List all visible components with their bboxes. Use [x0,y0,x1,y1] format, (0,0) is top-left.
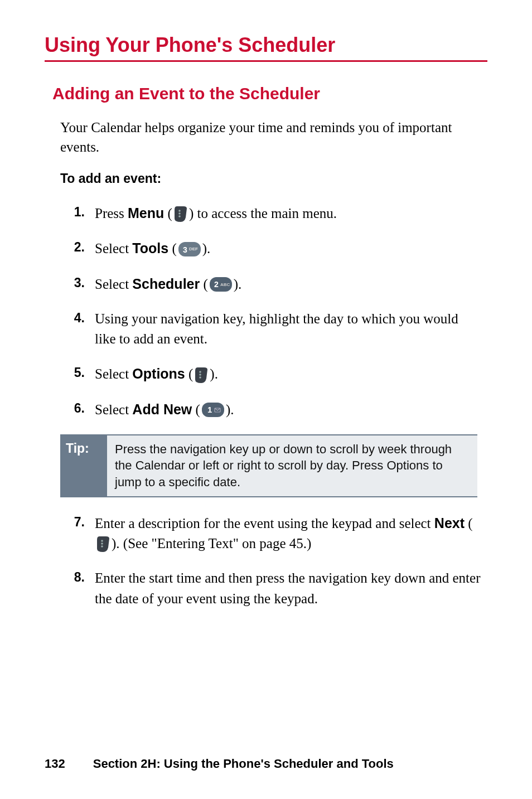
step-item: 5.Select Options (). [71,364,482,384]
step-bold-word: Scheduler [132,276,200,292]
step-item: 1.Press Menu () to access the main menu. [71,203,482,224]
footer-section-label: Section 2H: Using the Phone's Scheduler … [93,757,394,771]
step-number: 5. [71,364,95,382]
step-item: 4.Using your navigation key, highlight t… [71,309,482,350]
tip-label: Tip: [60,435,107,496]
svg-point-17 [101,546,103,548]
key-1-icon: 1 [201,402,225,418]
svg-point-0 [178,210,181,212]
step-body: Select Add New (1). [95,399,482,420]
step-number: 6. [71,399,95,418]
key-2-icon: 2ABC [209,277,233,292]
svg-point-9 [200,371,202,373]
step-bold-word: Menu [128,205,164,221]
step-list-1: 1.Press Menu () to access the main menu.… [71,203,482,420]
svg-point-10 [200,374,202,376]
step-bold-word: Next [434,515,465,531]
svg-point-15 [101,540,103,543]
step-body: Using your navigation key, highlight the… [95,309,482,350]
svg-text:1: 1 [207,405,212,414]
page-number: 132 [45,757,65,771]
step-number: 1. [71,203,95,221]
step-number: 8. [71,568,95,587]
step-item: 2.Select Tools (3DEF). [71,238,482,259]
step-number: 2. [71,238,95,256]
menu-key-icon [96,535,110,552]
tip-callout: Tip: Press the navigation key up or down… [60,434,477,497]
step-body: Select Tools (3DEF). [95,238,482,259]
section-heading: Adding an Event to the Scheduler [52,84,487,103]
step-number: 4. [71,309,95,327]
svg-point-11 [200,376,202,379]
svg-point-1 [178,212,181,215]
step-list-2: 7.Enter a description for the event usin… [71,513,482,609]
step-item: 6.Select Add New (1). [71,399,482,420]
page-footer: 132 Section 2H: Using the Phone's Schedu… [45,757,487,771]
step-item: 3.Select Scheduler (2ABC). [71,274,482,294]
step-bold-word: Tools [132,240,168,256]
step-body: Enter the start time and then press the … [95,568,482,609]
menu-key-icon [173,205,188,222]
tip-content: Press the navigation key up or down to s… [107,435,477,496]
sub-heading: To add an event: [60,171,487,186]
step-number: 3. [71,274,95,292]
svg-text:ABC: ABC [220,282,230,287]
svg-point-2 [178,215,181,217]
page-heading: Using Your Phone's Scheduler [45,33,487,62]
svg-rect-12 [202,403,224,417]
step-bold-word: Add New [132,401,192,417]
svg-text:2: 2 [214,280,219,289]
softkey-key-icon [194,366,209,383]
svg-text:3: 3 [183,245,187,254]
step-body: Press Menu () to access the main menu. [95,203,482,224]
key-3-icon: 3DEF [178,241,201,257]
step-number: 7. [71,513,95,531]
step-item: 7.Enter a description for the event usin… [71,513,482,554]
svg-text:DEF: DEF [189,246,198,251]
step-bold-word: Options [132,366,185,381]
step-item: 8.Enter the start time and then press th… [71,568,482,609]
svg-point-16 [101,543,103,545]
step-body: Enter a description for the event using … [95,513,482,554]
intro-paragraph: Your Calendar helps organize your time a… [60,118,487,157]
step-body: Select Options (). [95,364,482,384]
step-body: Select Scheduler (2ABC). [95,274,482,294]
